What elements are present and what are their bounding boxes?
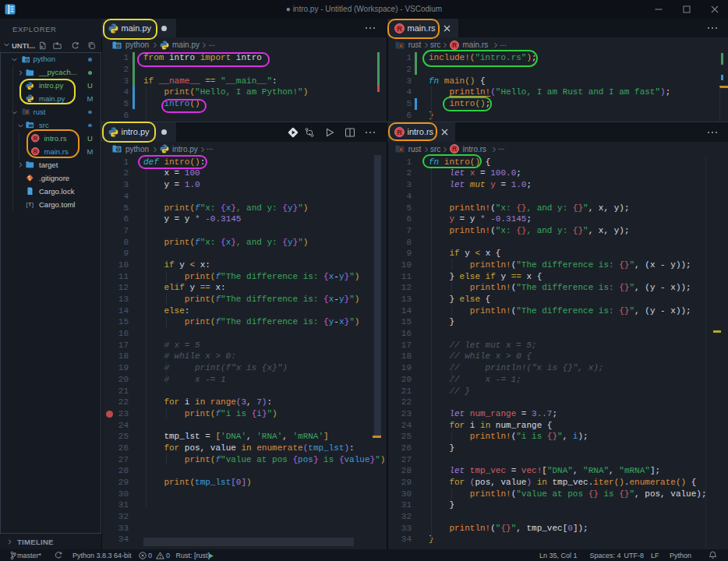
svg-text:R: R <box>400 43 403 48</box>
svg-text:R: R <box>400 147 403 152</box>
svg-text:R: R <box>397 24 402 32</box>
svg-text:R: R <box>34 135 38 142</box>
svg-text:[T]: [T] <box>27 201 34 208</box>
svg-text:R: R <box>34 148 38 155</box>
svg-text:R: R <box>25 111 28 115</box>
svg-text:R: R <box>397 129 402 136</box>
svg-text:R: R <box>452 41 457 48</box>
svg-text:R: R <box>452 145 457 153</box>
